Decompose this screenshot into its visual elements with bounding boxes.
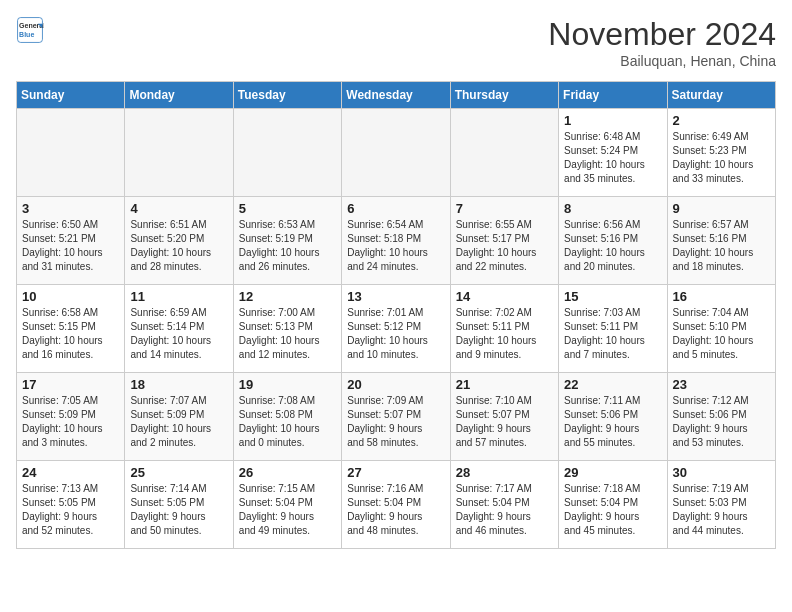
calendar-cell: 5Sunrise: 6:53 AM Sunset: 5:19 PM Daylig… (233, 197, 341, 285)
calendar-cell (17, 109, 125, 197)
day-number: 12 (239, 289, 336, 304)
calendar-cell: 16Sunrise: 7:04 AM Sunset: 5:10 PM Dayli… (667, 285, 775, 373)
day-info: Sunrise: 7:16 AM Sunset: 5:04 PM Dayligh… (347, 482, 444, 538)
day-number: 4 (130, 201, 227, 216)
day-info: Sunrise: 7:09 AM Sunset: 5:07 PM Dayligh… (347, 394, 444, 450)
calendar-cell: 10Sunrise: 6:58 AM Sunset: 5:15 PM Dayli… (17, 285, 125, 373)
day-info: Sunrise: 7:01 AM Sunset: 5:12 PM Dayligh… (347, 306, 444, 362)
weekday-header-tuesday: Tuesday (233, 82, 341, 109)
calendar-week-row: 17Sunrise: 7:05 AM Sunset: 5:09 PM Dayli… (17, 373, 776, 461)
day-number: 2 (673, 113, 770, 128)
day-number: 14 (456, 289, 553, 304)
day-info: Sunrise: 6:59 AM Sunset: 5:14 PM Dayligh… (130, 306, 227, 362)
day-info: Sunrise: 6:55 AM Sunset: 5:17 PM Dayligh… (456, 218, 553, 274)
calendar-cell (125, 109, 233, 197)
day-number: 27 (347, 465, 444, 480)
day-number: 20 (347, 377, 444, 392)
location-subtitle: Bailuquan, Henan, China (548, 53, 776, 69)
calendar-cell: 19Sunrise: 7:08 AM Sunset: 5:08 PM Dayli… (233, 373, 341, 461)
calendar-cell: 25Sunrise: 7:14 AM Sunset: 5:05 PM Dayli… (125, 461, 233, 549)
day-number: 23 (673, 377, 770, 392)
day-number: 17 (22, 377, 119, 392)
weekday-header-sunday: Sunday (17, 82, 125, 109)
day-number: 22 (564, 377, 661, 392)
logo-icon: General Blue (16, 16, 44, 44)
day-info: Sunrise: 7:10 AM Sunset: 5:07 PM Dayligh… (456, 394, 553, 450)
page-header: General Blue November 2024 Bailuquan, He… (16, 16, 776, 69)
day-info: Sunrise: 7:11 AM Sunset: 5:06 PM Dayligh… (564, 394, 661, 450)
day-number: 8 (564, 201, 661, 216)
calendar-cell: 27Sunrise: 7:16 AM Sunset: 5:04 PM Dayli… (342, 461, 450, 549)
day-number: 7 (456, 201, 553, 216)
calendar-cell: 20Sunrise: 7:09 AM Sunset: 5:07 PM Dayli… (342, 373, 450, 461)
day-info: Sunrise: 7:02 AM Sunset: 5:11 PM Dayligh… (456, 306, 553, 362)
day-number: 11 (130, 289, 227, 304)
day-info: Sunrise: 7:03 AM Sunset: 5:11 PM Dayligh… (564, 306, 661, 362)
day-number: 24 (22, 465, 119, 480)
day-info: Sunrise: 6:50 AM Sunset: 5:21 PM Dayligh… (22, 218, 119, 274)
calendar-week-row: 1Sunrise: 6:48 AM Sunset: 5:24 PM Daylig… (17, 109, 776, 197)
day-number: 25 (130, 465, 227, 480)
calendar-cell: 29Sunrise: 7:18 AM Sunset: 5:04 PM Dayli… (559, 461, 667, 549)
day-info: Sunrise: 6:48 AM Sunset: 5:24 PM Dayligh… (564, 130, 661, 186)
calendar-cell: 3Sunrise: 6:50 AM Sunset: 5:21 PM Daylig… (17, 197, 125, 285)
calendar-cell: 12Sunrise: 7:00 AM Sunset: 5:13 PM Dayli… (233, 285, 341, 373)
calendar-cell: 13Sunrise: 7:01 AM Sunset: 5:12 PM Dayli… (342, 285, 450, 373)
calendar-cell: 23Sunrise: 7:12 AM Sunset: 5:06 PM Dayli… (667, 373, 775, 461)
logo: General Blue (16, 16, 44, 44)
weekday-header-friday: Friday (559, 82, 667, 109)
day-info: Sunrise: 7:07 AM Sunset: 5:09 PM Dayligh… (130, 394, 227, 450)
svg-text:Blue: Blue (19, 31, 34, 38)
day-info: Sunrise: 7:12 AM Sunset: 5:06 PM Dayligh… (673, 394, 770, 450)
calendar-cell: 14Sunrise: 7:02 AM Sunset: 5:11 PM Dayli… (450, 285, 558, 373)
day-info: Sunrise: 6:58 AM Sunset: 5:15 PM Dayligh… (22, 306, 119, 362)
day-info: Sunrise: 7:00 AM Sunset: 5:13 PM Dayligh… (239, 306, 336, 362)
calendar-cell: 17Sunrise: 7:05 AM Sunset: 5:09 PM Dayli… (17, 373, 125, 461)
day-info: Sunrise: 6:53 AM Sunset: 5:19 PM Dayligh… (239, 218, 336, 274)
title-block: November 2024 Bailuquan, Henan, China (548, 16, 776, 69)
calendar-cell: 28Sunrise: 7:17 AM Sunset: 5:04 PM Dayli… (450, 461, 558, 549)
weekday-header-saturday: Saturday (667, 82, 775, 109)
calendar-cell: 8Sunrise: 6:56 AM Sunset: 5:16 PM Daylig… (559, 197, 667, 285)
calendar-cell: 11Sunrise: 6:59 AM Sunset: 5:14 PM Dayli… (125, 285, 233, 373)
calendar-cell: 6Sunrise: 6:54 AM Sunset: 5:18 PM Daylig… (342, 197, 450, 285)
day-info: Sunrise: 6:51 AM Sunset: 5:20 PM Dayligh… (130, 218, 227, 274)
day-info: Sunrise: 6:54 AM Sunset: 5:18 PM Dayligh… (347, 218, 444, 274)
weekday-header-monday: Monday (125, 82, 233, 109)
day-info: Sunrise: 7:17 AM Sunset: 5:04 PM Dayligh… (456, 482, 553, 538)
weekday-header-wednesday: Wednesday (342, 82, 450, 109)
calendar-cell: 18Sunrise: 7:07 AM Sunset: 5:09 PM Dayli… (125, 373, 233, 461)
calendar-cell: 7Sunrise: 6:55 AM Sunset: 5:17 PM Daylig… (450, 197, 558, 285)
day-number: 16 (673, 289, 770, 304)
calendar-week-row: 10Sunrise: 6:58 AM Sunset: 5:15 PM Dayli… (17, 285, 776, 373)
day-number: 28 (456, 465, 553, 480)
day-info: Sunrise: 7:04 AM Sunset: 5:10 PM Dayligh… (673, 306, 770, 362)
calendar-cell: 4Sunrise: 6:51 AM Sunset: 5:20 PM Daylig… (125, 197, 233, 285)
day-number: 26 (239, 465, 336, 480)
calendar-cell: 22Sunrise: 7:11 AM Sunset: 5:06 PM Dayli… (559, 373, 667, 461)
day-info: Sunrise: 6:57 AM Sunset: 5:16 PM Dayligh… (673, 218, 770, 274)
day-number: 19 (239, 377, 336, 392)
day-info: Sunrise: 6:56 AM Sunset: 5:16 PM Dayligh… (564, 218, 661, 274)
svg-rect-0 (18, 18, 43, 43)
day-info: Sunrise: 6:49 AM Sunset: 5:23 PM Dayligh… (673, 130, 770, 186)
day-number: 6 (347, 201, 444, 216)
calendar-cell: 15Sunrise: 7:03 AM Sunset: 5:11 PM Dayli… (559, 285, 667, 373)
day-number: 29 (564, 465, 661, 480)
day-number: 1 (564, 113, 661, 128)
calendar-cell (450, 109, 558, 197)
day-info: Sunrise: 7:19 AM Sunset: 5:03 PM Dayligh… (673, 482, 770, 538)
calendar-cell: 26Sunrise: 7:15 AM Sunset: 5:04 PM Dayli… (233, 461, 341, 549)
day-number: 21 (456, 377, 553, 392)
day-number: 3 (22, 201, 119, 216)
calendar-cell: 2Sunrise: 6:49 AM Sunset: 5:23 PM Daylig… (667, 109, 775, 197)
calendar-cell: 9Sunrise: 6:57 AM Sunset: 5:16 PM Daylig… (667, 197, 775, 285)
day-number: 9 (673, 201, 770, 216)
day-number: 10 (22, 289, 119, 304)
calendar-cell: 24Sunrise: 7:13 AM Sunset: 5:05 PM Dayli… (17, 461, 125, 549)
day-number: 15 (564, 289, 661, 304)
calendar-cell: 30Sunrise: 7:19 AM Sunset: 5:03 PM Dayli… (667, 461, 775, 549)
calendar-week-row: 24Sunrise: 7:13 AM Sunset: 5:05 PM Dayli… (17, 461, 776, 549)
day-info: Sunrise: 7:08 AM Sunset: 5:08 PM Dayligh… (239, 394, 336, 450)
weekday-header-row: SundayMondayTuesdayWednesdayThursdayFrid… (17, 82, 776, 109)
